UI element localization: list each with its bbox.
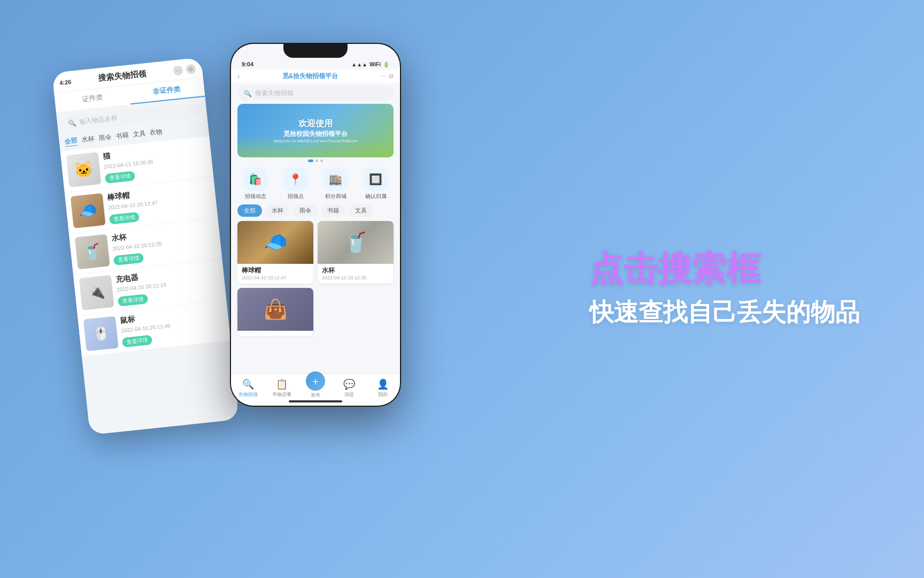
view-detail-button[interactable]: 查看详情 [113, 253, 144, 265]
cat-tab-books[interactable]: 书籍 [321, 204, 345, 217]
func-icon-shop: 🏬 [324, 168, 348, 191]
cat-cup[interactable]: 水杯 [81, 134, 95, 145]
status-icons: ▲▲▲ WiFi 🔋 [351, 61, 389, 67]
banner-line3: Welcome to MibSili Lost and Found Platfo… [273, 139, 358, 143]
back-phone-list: 猫 2022-04-11 16:26:36 查看详情 棒球帽 2022-04-1… [60, 136, 231, 356]
cat-tab-umbrella[interactable]: 雨伞 [293, 204, 318, 217]
item-image-cup [75, 234, 110, 269]
publish-tab-label: 发布 [311, 392, 320, 399]
search-placeholder: 搜索失物招领 [255, 89, 294, 98]
item-info: 充电器 2022-04-10 20:12:19 查看详情 [115, 264, 220, 307]
item-image-charger [79, 275, 114, 310]
mini-header-title: 觅&拾失物招领平台 [282, 72, 338, 81]
grid-img-cup: 🥤 [318, 221, 394, 264]
cat-tab-stationery[interactable]: 文具 [349, 204, 373, 217]
items-grid: 🧢 棒球帽 2022-04-10 20:12:47 🥤 水杯 2022-04-1… [231, 219, 400, 338]
banner-dot-2 [315, 159, 318, 162]
banner-dot-1 [308, 159, 313, 162]
func-icon-item-1[interactable]: 🛍️ 招领动态 [244, 168, 267, 200]
view-detail-button[interactable]: 查看详情 [105, 171, 136, 184]
profile-tab-label: 我的 [378, 391, 388, 398]
lost-tab-label: 失物招领 [238, 391, 258, 398]
found-tab-label: 寻物启事 [272, 391, 291, 398]
search-icon: 🔍 [68, 119, 76, 127]
item-info: 鼠标 2022-04-10 20:11:45 查看详情 [119, 305, 225, 347]
func-icon-item-2[interactable]: 📍 招领点 [284, 168, 307, 200]
signal-icon: ▲▲▲ [351, 62, 367, 67]
home-indicator [289, 400, 342, 402]
grid-info-extra1 [237, 331, 313, 336]
phone-notch [283, 43, 348, 58]
back-phone-header-icons: ··· ⊙ [173, 64, 196, 75]
camera-icon: ⊙ [186, 64, 196, 74]
back-phone-title: 搜索失物招领 [98, 69, 147, 83]
grid-info-cup: 水杯 2022-04-10 20:12:35 [318, 264, 394, 284]
grid-date-hat: 2022-04-10 20:12:47 [242, 275, 309, 280]
status-time: 9:04 [242, 61, 253, 67]
search-bar[interactable]: 🔍 搜索失物招领 [237, 86, 394, 101]
front-phone-inner: 9:04 ▲▲▲ WiFi 🔋 ‹ 觅&拾失物招领平台 ··· ⊙ 🔍 搜索失物… [231, 44, 400, 406]
view-detail-button[interactable]: 查看详情 [118, 294, 149, 307]
cat-tab-all[interactable]: 全部 [237, 204, 262, 217]
func-icon-zaoliang: 🛍️ [244, 168, 267, 191]
func-label-3: 积分商城 [325, 193, 346, 200]
item-image-mouse [83, 316, 119, 352]
profile-tab-icon: 👤 [377, 378, 389, 390]
banner: 欢迎使用 觅拾校园失物招领平台 Welcome to MibSili Lost … [237, 104, 394, 157]
banner-line1: 欢迎使用 [273, 118, 358, 130]
cat-stationery[interactable]: 文具 [132, 129, 146, 140]
item-info: 水杯 2022-04-10 20:12:35 查看详情 [111, 223, 216, 265]
more-dots-icon: ··· [381, 73, 386, 80]
more-icon: ··· [173, 65, 183, 75]
bottom-tab-lost[interactable]: 🔍 失物招领 [231, 378, 265, 401]
category-tabs: 全部 水杯 雨伞 书籍 文具 [231, 202, 400, 219]
camera-circle-icon: ⊙ [389, 73, 394, 80]
right-text-line1-highlight: 搜索框 [658, 249, 760, 288]
cat-umbrella[interactable]: 雨伞 [98, 132, 112, 143]
bottom-tab-publish[interactable]: ＋ 发布 [298, 378, 332, 402]
view-detail-button[interactable]: 查看详情 [109, 211, 140, 224]
back-arrow-icon: ‹ [237, 73, 240, 80]
publish-circle-icon: ＋ [306, 371, 325, 391]
grid-date-cup: 2022-04-10 20:12:35 [322, 275, 389, 280]
grid-name-cup: 水杯 [322, 266, 389, 275]
battery-icon: 🔋 [383, 62, 389, 67]
view-detail-button[interactable]: 查看详情 [122, 334, 153, 347]
grid-img-extra1: 👜 [237, 288, 313, 331]
function-icons-row: 🛍️ 招领动态 📍 招领点 🏬 积分商城 🔲 确认归属 [231, 162, 400, 202]
banner-dot-3 [320, 159, 323, 162]
banner-text: 欢迎使用 觅拾校园失物招领平台 Welcome to MibSili Lost … [273, 118, 358, 143]
bottom-tab-profile[interactable]: 👤 我的 [366, 378, 400, 401]
messages-tab-label: 消息 [344, 391, 354, 398]
func-icon-item-4[interactable]: 🔲 确认归属 [364, 168, 388, 200]
item-info: 猫 2022-04-11 16:26:36 查看详情 [102, 141, 207, 184]
wifi-icon: WiFi [369, 62, 381, 67]
right-text-line1: 点击搜索框 [589, 248, 860, 290]
cat-books[interactable]: 书籍 [115, 131, 129, 141]
cat-clothes[interactable]: 衣物 [149, 127, 163, 138]
grid-img-hat: 🧢 [237, 221, 313, 264]
messages-tab-icon: 💬 [343, 378, 355, 390]
item-info: 棒球帽 2022-04-10 20:13:47 查看详情 [106, 182, 212, 224]
back-phone-status: 4:26 [59, 78, 72, 86]
grid-item-cup[interactable]: 🥤 水杯 2022-04-10 20:12:35 [318, 221, 394, 284]
func-label-1: 招领动态 [245, 193, 266, 200]
func-icon-item-3[interactable]: 🏬 积分商城 [324, 168, 348, 200]
cat-all[interactable]: 全部 [64, 136, 78, 147]
grid-item-extra1[interactable]: 👜 [237, 288, 313, 336]
bottom-tab-messages[interactable]: 💬 消息 [333, 378, 366, 401]
search-placeholder: 输入物品名称 [79, 113, 118, 126]
grid-item-hat[interactable]: 🧢 棒球帽 2022-04-10 20:12:47 [237, 221, 313, 284]
mini-header: ‹ 觅&拾失物招领平台 ··· ⊙ [231, 70, 400, 83]
grid-name-hat: 棒球帽 [242, 266, 309, 275]
bottom-tab-found[interactable]: 📋 寻物启事 [265, 378, 298, 401]
grid-info-hat: 棒球帽 2022-04-10 20:12:47 [237, 264, 313, 284]
item-image-cat [66, 152, 102, 187]
item-image-hat [71, 193, 106, 229]
func-label-4: 确认归属 [365, 193, 387, 200]
right-text-line2: 快速查找自己丢失的物品 [589, 295, 860, 329]
cat-tab-cup[interactable]: 水杯 [265, 204, 290, 217]
func-icon-confirm: 🔲 [364, 168, 388, 191]
func-label-2: 招领点 [288, 193, 304, 200]
back-phone: 4:26 搜索失物招领 ··· ⊙ 证件类 非证件类 🔍 输入物品名称 全部 水… [52, 57, 239, 435]
